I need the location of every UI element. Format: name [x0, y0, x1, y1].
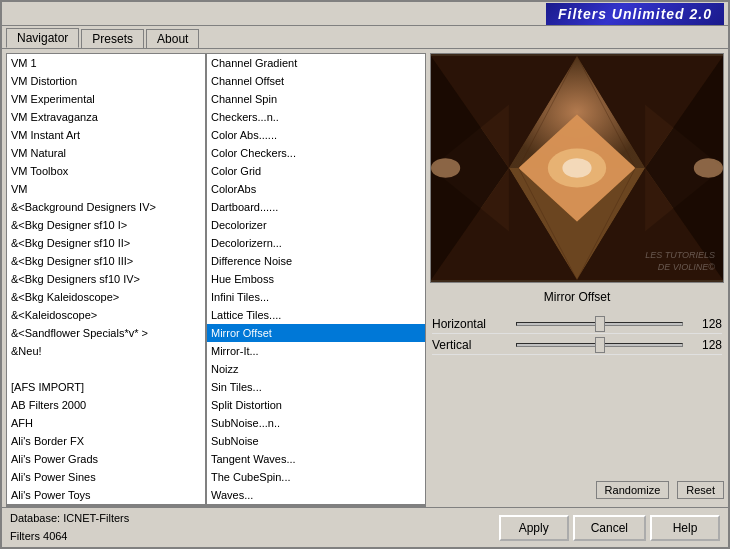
svg-point-26 — [694, 158, 723, 177]
list-item[interactable]: Channel Spin — [207, 90, 425, 108]
list-item[interactable]: Noizz — [207, 360, 425, 378]
list-item[interactable]: &<Bkg Designer sf10 II> — [7, 234, 205, 252]
list-item[interactable]: Color Checkers... — [207, 144, 425, 162]
list-item[interactable]: Decolorizern... — [207, 234, 425, 252]
horizontal-slider[interactable] — [516, 322, 683, 326]
list-item[interactable]: Lattice Tiles.... — [207, 306, 425, 324]
category-list[interactable]: VM 1 VM Distortion VM Experimental VM Ex… — [6, 53, 206, 505]
cancel-button[interactable]: Cancel — [573, 515, 646, 541]
randomize-button[interactable]: Randomize — [596, 481, 670, 499]
list-item[interactable]: SubNoise — [207, 432, 425, 450]
list-item[interactable]: &<Kaleidoscope> — [7, 306, 205, 324]
help-button[interactable]: Help — [650, 515, 720, 541]
list-item[interactable]: VM Natural — [7, 144, 205, 162]
list-item[interactable]: VM Experimental — [7, 90, 205, 108]
vertical-value: 128 — [687, 338, 722, 352]
tab-bar: Navigator Presets About — [2, 26, 728, 49]
list-item[interactable]: VM 1 — [7, 54, 205, 72]
list-item[interactable]: VM Toolbox — [7, 162, 205, 180]
horizontal-slider-row: Horizontal 128 — [432, 315, 722, 334]
list-item[interactable]: Channel Offset — [207, 72, 425, 90]
list-item[interactable]: The CubeSpin... — [207, 468, 425, 486]
list-item[interactable]: [AFS IMPORT] — [7, 378, 205, 396]
title-bar: Filters Unlimited 2.0 — [2, 2, 728, 26]
apply-button[interactable]: Apply — [499, 515, 569, 541]
filter-list[interactable]: Channel Gradient Channel Offset Channel … — [206, 53, 426, 505]
list-item[interactable]: &<Bkg Designer sf10 I> — [7, 216, 205, 234]
tab-presets[interactable]: Presets — [81, 29, 144, 48]
list-item[interactable]: AB Filters 2000 — [7, 396, 205, 414]
list-item[interactable]: &Neu! — [7, 342, 205, 360]
list-item[interactable]: &<Sandflower Specials*v* > — [7, 324, 205, 342]
database-label: Database: — [10, 512, 60, 524]
list-item[interactable]: Tangent Waves... — [207, 450, 425, 468]
svg-point-25 — [431, 158, 460, 177]
list-item[interactable]: Channel Gradient — [207, 54, 425, 72]
list-item[interactable]: Infini Tiles... — [207, 288, 425, 306]
main-window: Filters Unlimited 2.0 Navigator Presets … — [0, 0, 730, 549]
list-item[interactable]: Hue Emboss — [207, 270, 425, 288]
list-item[interactable]: Ali's Power Sines — [7, 468, 205, 486]
preview-area: LES TUTORIELSDE VIOLINE© — [430, 53, 724, 283]
list-item[interactable]: SubNoise...n.. — [207, 414, 425, 432]
list-item[interactable]: Dartboard...... — [207, 198, 425, 216]
filters-info: Filters 4064 — [10, 528, 129, 546]
tab-navigator[interactable]: Navigator — [6, 28, 79, 48]
list-item[interactable]: VM Instant Art — [7, 126, 205, 144]
list-item[interactable]: ColorAbs — [207, 180, 425, 198]
list-item-selected[interactable]: Mirror Offset — [207, 324, 425, 342]
list-item[interactable]: Split Distortion — [207, 396, 425, 414]
list-item[interactable]: Color Grid — [207, 162, 425, 180]
list-item[interactable]: Checkers...n.. — [207, 108, 425, 126]
vertical-slider[interactable] — [516, 343, 683, 347]
list-item[interactable]: &<Bkg Designer sf10 III> — [7, 252, 205, 270]
reset-button[interactable]: Reset — [677, 481, 724, 499]
status-info: Database: ICNET-Filters Filters 4064 — [10, 510, 129, 545]
database-value: ICNET-Filters — [63, 512, 129, 524]
vertical-label: Vertical — [432, 338, 512, 352]
horizontal-value: 128 — [687, 317, 722, 331]
list-item[interactable] — [7, 360, 205, 378]
main-content: VM 1 VM Distortion VM Experimental VM Ex… — [2, 49, 728, 507]
list-item[interactable]: VM Distortion — [7, 72, 205, 90]
list-item[interactable]: Ali's Border FX — [7, 432, 205, 450]
list-item[interactable]: VM Extravaganza — [7, 108, 205, 126]
vertical-slider-row: Vertical 128 — [432, 336, 722, 355]
list-item[interactable]: Color Abs...... — [207, 126, 425, 144]
list-item[interactable]: &<Background Designers IV> — [7, 198, 205, 216]
tab-about[interactable]: About — [146, 29, 199, 48]
filter-name-display: Mirror Offset — [430, 287, 724, 307]
list-item[interactable]: Mirror-It... — [207, 342, 425, 360]
left-panel: VM 1 VM Distortion VM Experimental VM Ex… — [6, 53, 426, 503]
list-item[interactable]: Waves... — [207, 486, 425, 504]
horizontal-label: Horizontal — [432, 317, 512, 331]
filters-label: Filters — [10, 530, 40, 542]
svg-point-24 — [562, 158, 591, 177]
status-bar: Database: ICNET-Filters Filters 4064 App… — [2, 507, 728, 547]
action-buttons: Apply Cancel Help — [499, 515, 720, 541]
lists-row: VM 1 VM Distortion VM Experimental VM Ex… — [6, 53, 426, 505]
list-item[interactable]: Difference Noise — [207, 252, 425, 270]
database-info: Database: ICNET-Filters — [10, 510, 129, 528]
controls-area: Horizontal 128 Vertical 128 — [430, 311, 724, 473]
list-item[interactable]: VM — [7, 180, 205, 198]
list-item[interactable]: Sin Tiles... — [207, 378, 425, 396]
preview-image — [431, 54, 723, 282]
list-item[interactable]: &<Bkg Kaleidoscope> — [7, 288, 205, 306]
list-item[interactable]: Ali's Power Toys — [7, 486, 205, 504]
app-title: Filters Unlimited 2.0 — [546, 3, 724, 25]
list-item[interactable]: &<Bkg Designers sf10 IV> — [7, 270, 205, 288]
list-item[interactable]: AFH — [7, 414, 205, 432]
right-panel: LES TUTORIELSDE VIOLINE© Mirror Offset H… — [430, 53, 724, 503]
list-item[interactable]: Ali's Power Grads — [7, 450, 205, 468]
list-item[interactable]: Decolorizer — [207, 216, 425, 234]
rand-reset-row: Randomize Reset — [430, 477, 724, 503]
